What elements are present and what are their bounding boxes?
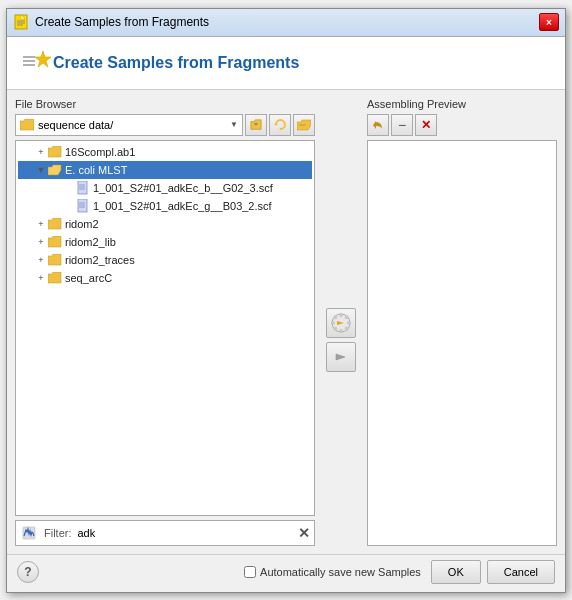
preview-back-button[interactable] — [367, 114, 389, 136]
tree-item-label: 16Scompl.ab1 — [65, 146, 135, 158]
file-browser-label: File Browser — [15, 98, 315, 110]
title-bar-text: Create Samples from Fragments — [35, 15, 539, 29]
svg-marker-8 — [35, 51, 51, 67]
svg-rect-28 — [331, 321, 335, 324]
expander-file2 — [62, 199, 76, 213]
expander-ridom2traces: + — [34, 253, 48, 267]
tree-item-file2[interactable]: 1_001_S2#01_adkEc_g__B03_2.scf — [18, 197, 312, 215]
tree-item-ridom2lib[interactable]: + ridom2_lib — [18, 233, 312, 251]
header: Create Samples from Fragments — [7, 37, 565, 90]
tree-item-16scompl[interactable]: + 16Scompl.ab1 — [18, 143, 312, 161]
waveform-icon — [22, 526, 36, 540]
arrows-panel — [323, 98, 359, 546]
dropdown-arrow: ▼ — [230, 120, 238, 129]
tree-item-ecoli[interactable]: ▼ E. coli MLST — [18, 161, 312, 179]
expander-seqarcC: + — [34, 271, 48, 285]
preview-toolbar: − ✕ — [367, 114, 557, 136]
folder-icon-ridom2lib — [48, 235, 62, 249]
file-browser-panel: File Browser sequence data/ ▼ — [15, 98, 315, 546]
tree-item-label: 1_001_S2#01_adkEc_b__G02_3.scf — [93, 182, 273, 194]
header-title: Create Samples from Fragments — [53, 54, 299, 72]
help-button[interactable]: ? — [17, 561, 39, 583]
path-value: sequence data/ — [38, 119, 113, 131]
svg-rect-16 — [78, 199, 87, 212]
file-icon-2 — [76, 199, 90, 213]
dialog: Create Samples from Fragments × Create S… — [6, 8, 566, 593]
preview-minus-button[interactable]: − — [391, 114, 413, 136]
path-dropdown[interactable]: sequence data/ ▼ — [15, 114, 243, 136]
header-icon — [21, 47, 53, 79]
svg-rect-22 — [340, 313, 343, 317]
preview-area — [367, 140, 557, 546]
filter-input[interactable] — [78, 527, 299, 539]
auto-save-row: Automatically save new Samples — [39, 566, 421, 578]
tree-item-label: ridom2_lib — [65, 236, 116, 248]
tree-item-label: ridom2 — [65, 218, 99, 230]
refresh-button[interactable] — [269, 114, 291, 136]
bottom-bar: ? Automatically save new Samples OK Canc… — [7, 554, 565, 592]
tree-item-file1[interactable]: 1_001_S2#01_adkEc_b__G02_3.scf — [18, 179, 312, 197]
filter-bar: Filter: ✕ — [15, 520, 315, 546]
open-icon — [297, 119, 311, 131]
parent-folder-button[interactable] — [245, 114, 267, 136]
expander-ecoli: ▼ — [34, 163, 48, 177]
ok-button[interactable]: OK — [431, 560, 481, 584]
remove-arrow-icon — [331, 347, 351, 367]
tree-item-seqarcC[interactable]: + seq_arcC — [18, 269, 312, 287]
assembling-preview-panel: Assembling Preview − ✕ — [367, 98, 557, 546]
close-button[interactable]: × — [539, 13, 559, 31]
expander-16scompl: + — [34, 145, 48, 159]
auto-save-label: Automatically save new Samples — [260, 566, 421, 578]
refresh-icon — [274, 118, 287, 131]
file-tree[interactable]: + 16Scompl.ab1 ▼ E. coli MLST — [15, 140, 315, 516]
content-area: File Browser sequence data/ ▼ — [7, 90, 565, 554]
folder-icon-ridom2 — [48, 217, 62, 231]
file-browser-toolbar: sequence data/ ▼ — [15, 114, 315, 136]
tree-item-ridom2[interactable]: + ridom2 — [18, 215, 312, 233]
add-to-preview-button[interactable] — [326, 308, 356, 338]
tree-item-label: E. coli MLST — [65, 164, 127, 176]
auto-save-checkbox[interactable] — [244, 566, 256, 578]
folder-icon-seqarcC — [48, 271, 62, 285]
expander-ridom2lib: + — [34, 235, 48, 249]
filter-clear-button[interactable]: ✕ — [298, 526, 310, 540]
minus-icon: − — [398, 118, 406, 132]
footer-buttons: OK Cancel — [431, 560, 555, 584]
folder-icon — [20, 119, 34, 131]
back-arrow-icon — [372, 119, 384, 131]
assembling-preview-label: Assembling Preview — [367, 98, 557, 110]
file-icon-1 — [76, 181, 90, 195]
add-arrow-icon — [330, 312, 352, 334]
svg-rect-24 — [347, 321, 351, 324]
open-button[interactable] — [293, 114, 315, 136]
help-icon: ? — [24, 565, 31, 579]
delete-icon: ✕ — [421, 118, 431, 132]
cancel-button[interactable]: Cancel — [487, 560, 555, 584]
filter-icon — [20, 524, 38, 542]
tree-item-label: ridom2_traces — [65, 254, 135, 266]
folder-open-icon-ecoli — [48, 163, 62, 177]
title-bar: Create Samples from Fragments × — [7, 9, 565, 37]
expander-ridom2: + — [34, 217, 48, 231]
folder-icon-16scompl — [48, 145, 62, 159]
title-bar-icon — [13, 14, 29, 30]
expander-file1 — [62, 181, 76, 195]
filter-label: Filter: — [44, 527, 72, 539]
tree-item-label: 1_001_S2#01_adkEc_g__B03_2.scf — [93, 200, 272, 212]
svg-rect-12 — [78, 181, 87, 194]
remove-from-preview-button[interactable] — [326, 342, 356, 372]
preview-delete-button[interactable]: ✕ — [415, 114, 437, 136]
svg-marker-31 — [336, 354, 345, 360]
tree-item-ridom2traces[interactable]: + ridom2_traces — [18, 251, 312, 269]
tree-item-label: seq_arcC — [65, 272, 112, 284]
svg-rect-26 — [340, 329, 343, 333]
folder-icon-ridom2traces — [48, 253, 62, 267]
parent-folder-icon — [249, 119, 263, 131]
